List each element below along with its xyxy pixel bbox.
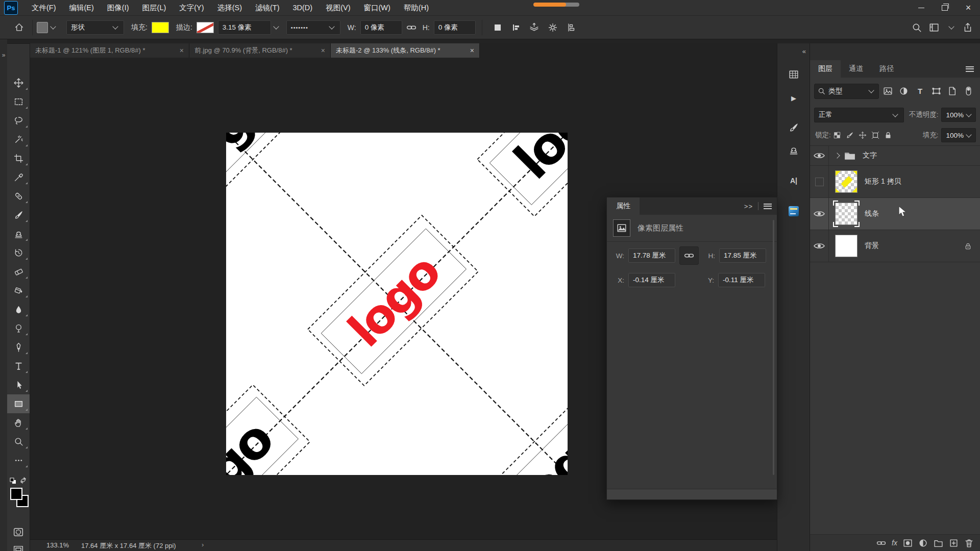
y-input[interactable]: -0.11 厘米: [718, 273, 765, 287]
filter-type-layers-icon[interactable]: T: [913, 84, 927, 98]
document-tab[interactable]: 前.jpg @ 70.9% (背景, RGB/8#) * ×: [189, 43, 331, 58]
lock-artboard-icon[interactable]: [869, 129, 882, 142]
dodge-tool[interactable]: [7, 319, 30, 338]
close-tab-icon[interactable]: ×: [317, 46, 325, 55]
default-colors-icon[interactable]: [10, 478, 17, 485]
chevron-down-icon[interactable]: [948, 23, 954, 29]
restore-button[interactable]: [933, 0, 957, 15]
filter-adjustment-layers-icon[interactable]: [897, 84, 912, 98]
filter-type-select[interactable]: 类型: [814, 84, 879, 99]
height-input[interactable]: 17.85 厘米: [719, 248, 766, 263]
layer-row-group[interactable]: 文字: [810, 146, 980, 166]
visibility-toggle[interactable]: [810, 166, 829, 197]
opacity-input[interactable]: 100%: [941, 108, 976, 122]
history-panel-icon[interactable]: [785, 66, 802, 83]
lock-position-icon[interactable]: [856, 129, 869, 142]
more-tool[interactable]: [7, 451, 30, 470]
scrollbar[interactable]: [773, 220, 774, 475]
tool-preset-picker[interactable]: [37, 22, 57, 33]
menu-item[interactable]: 滤镜(T): [249, 0, 286, 15]
actions-panel-icon[interactable]: ▶: [785, 89, 802, 107]
minimize-button[interactable]: [910, 0, 933, 15]
tab-layers[interactable]: 图层: [810, 60, 841, 78]
clone-stamp-tool[interactable]: [7, 224, 30, 243]
collapse-panel-button[interactable]: >>: [744, 203, 753, 210]
document-tab-active[interactable]: 未标题-2 @ 133% (线条, RGB/8#) * ×: [331, 43, 480, 58]
menu-item[interactable]: 图层(L): [136, 0, 173, 15]
move-tool[interactable]: [7, 73, 30, 92]
lock-pixels-icon[interactable]: [844, 129, 856, 142]
lock-all-icon[interactable]: [882, 129, 895, 142]
menu-item[interactable]: 视图(V): [319, 0, 357, 15]
workspace-button[interactable]: [929, 22, 939, 33]
align-edges-button[interactable]: [564, 20, 579, 35]
filter-pixel-layers-icon[interactable]: [880, 84, 895, 98]
zoom-tool[interactable]: [7, 432, 30, 451]
layer-row-background[interactable]: 背景: [810, 230, 980, 262]
path-operations-button[interactable]: [490, 20, 505, 35]
menu-item[interactable]: 选择(S): [211, 0, 249, 15]
character-panel-icon[interactable]: A|: [785, 172, 802, 189]
eyedropper-tool[interactable]: [7, 168, 30, 187]
panel-menu-button[interactable]: [966, 66, 980, 72]
screen-mode-button[interactable]: [7, 542, 30, 551]
marquee-tool[interactable]: [7, 92, 30, 111]
swap-colors-icon[interactable]: [19, 477, 27, 484]
tool-mode-select[interactable]: 形状: [66, 20, 124, 35]
visibility-toggle[interactable]: [810, 146, 829, 165]
type-tool[interactable]: [7, 357, 30, 375]
expand-dock-button[interactable]: »: [0, 52, 7, 59]
chevron-down-icon[interactable]: [273, 23, 279, 29]
shape-height-input[interactable]: 0 像素: [434, 20, 476, 35]
close-button[interactable]: ×: [957, 0, 980, 15]
visibility-toggle[interactable]: [810, 230, 829, 262]
menu-item[interactable]: 编辑(E): [63, 0, 101, 15]
shape-width-input[interactable]: 0 像素: [360, 20, 402, 35]
stroke-color-swatch[interactable]: [197, 22, 214, 33]
close-tab-icon[interactable]: ×: [466, 46, 474, 55]
rectangle-tool[interactable]: [7, 394, 30, 413]
quick-mask-button[interactable]: [7, 524, 30, 540]
layer-row-shape[interactable]: 矩形 1 拷贝: [810, 166, 980, 198]
paint-bucket-tool[interactable]: [7, 281, 30, 300]
spot-healing-tool[interactable]: [7, 187, 30, 206]
brush-settings-panel-icon[interactable]: [785, 119, 802, 136]
link-wh-button[interactable]: [679, 246, 699, 265]
magic-wand-tool[interactable]: [7, 130, 30, 149]
fill-input[interactable]: 100%: [941, 128, 976, 142]
menu-item[interactable]: 3D(D): [286, 0, 319, 15]
path-selection-tool[interactable]: [7, 375, 30, 394]
properties-footer[interactable]: [607, 489, 777, 499]
width-input[interactable]: 17.78 厘米: [628, 248, 675, 263]
lock-transparency-icon[interactable]: [831, 129, 844, 142]
crop-tool[interactable]: [7, 149, 30, 168]
new-layer-button[interactable]: [949, 538, 959, 548]
new-group-button[interactable]: [934, 538, 943, 548]
stroke-style-select[interactable]: •••••••: [286, 20, 340, 35]
close-tab-icon[interactable]: ×: [176, 46, 184, 55]
zoom-level-field[interactable]: 133.1%: [46, 541, 69, 549]
link-layers-button[interactable]: [876, 538, 886, 548]
menu-item[interactable]: 图像(I): [101, 0, 136, 15]
home-button[interactable]: [11, 20, 27, 35]
panel-menu-button[interactable]: [764, 204, 772, 209]
link-dimensions-button[interactable]: [404, 20, 419, 35]
properties-panel-icon[interactable]: [785, 203, 802, 220]
tab-properties[interactable]: 属性: [607, 197, 640, 215]
fill-color-swatch[interactable]: [152, 22, 169, 33]
stroke-width-input[interactable]: 3.15 像素: [218, 20, 271, 35]
shape-settings-button[interactable]: [545, 20, 560, 35]
history-brush-tool[interactable]: [7, 243, 30, 262]
add-mask-button[interactable]: [903, 538, 913, 548]
expand-group-icon[interactable]: [834, 153, 840, 158]
visibility-toggle[interactable]: [810, 198, 829, 230]
blur-tool[interactable]: [7, 300, 30, 319]
search-button[interactable]: [912, 22, 922, 33]
collapse-panels-button[interactable]: «: [802, 47, 806, 55]
eraser-tool[interactable]: [7, 262, 30, 281]
filter-smart-objects-icon[interactable]: [945, 84, 960, 98]
pen-tool[interactable]: [7, 338, 30, 357]
document-tab[interactable]: 未标题-1 @ 121% (图层 1, RGB/8#) * ×: [30, 43, 189, 58]
layer-thumbnail[interactable]: [835, 170, 857, 193]
x-input[interactable]: -0.14 厘米: [628, 273, 675, 287]
